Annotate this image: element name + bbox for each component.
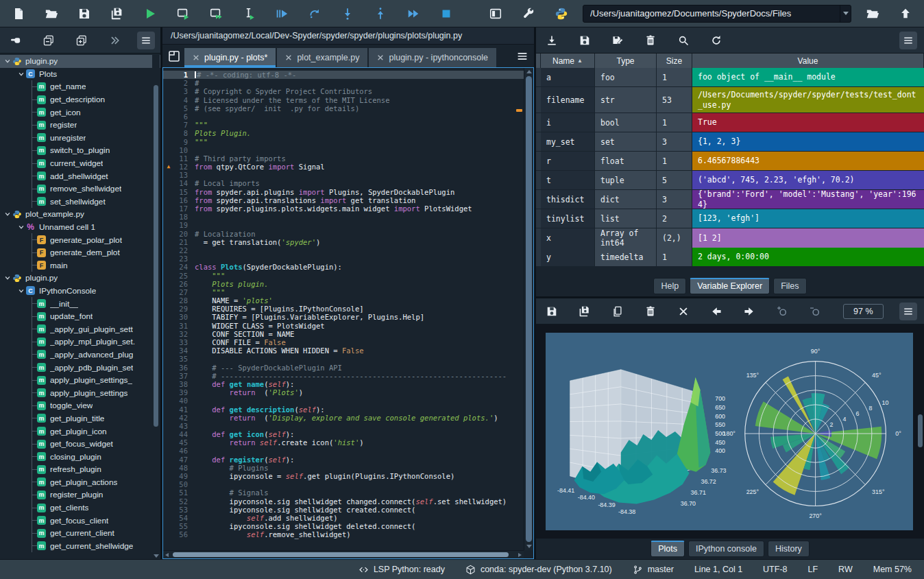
copy-plot-icon[interactable] — [609, 303, 627, 320]
outline-item-get_name[interactable]: mget_name — [0, 80, 160, 93]
outline-item-get_plugin_icon[interactable]: mget_plugin_icon — [0, 425, 160, 438]
expander-chevron-icon[interactable] — [16, 71, 26, 78]
variable-value[interactable]: True — [692, 113, 924, 132]
outline-item-plots[interactable]: CPlots — [0, 68, 160, 81]
outline-item-get_current_shellwidge[interactable]: mget_current_shellwidge — [0, 540, 160, 553]
variable-row-tinylist[interactable]: tinylistlist2[123, 'efgh'] — [536, 209, 924, 228]
column-header-type[interactable]: Type — [595, 54, 657, 68]
variable-row-t[interactable]: ttuple5('abcd', 745, 2.23, 'efgh', 70.2) — [536, 171, 924, 190]
outline-item-apply_plugin_settings_[interactable]: mapply_plugin_settings_ — [0, 374, 160, 387]
editor-options-menu-icon[interactable] — [513, 47, 531, 65]
new-file-icon[interactable] — [10, 5, 27, 23]
save-icon[interactable] — [75, 5, 93, 23]
column-header-value[interactable]: Value — [692, 54, 924, 68]
import-data-icon[interactable] — [543, 32, 561, 49]
variable-row-a[interactable]: afoo1foo object of __main__ module — [536, 68, 924, 87]
search-variable-icon[interactable] — [674, 32, 692, 49]
collapse-all-icon[interactable] — [40, 32, 58, 49]
save-data-as-icon[interactable] — [609, 32, 627, 49]
variable-row-my_set[interactable]: my_setset3{1, 2, 3} — [536, 132, 924, 152]
outline-item-get_focus_widget[interactable]: mget_focus_widget — [0, 438, 160, 451]
browse-tabs-icon[interactable] — [165, 47, 183, 65]
variable-row-x[interactable]: xArray of int64(2,)[1 2] — [536, 228, 924, 248]
variables-options-menu-icon[interactable] — [899, 32, 917, 49]
run-cell-advance-icon[interactable] — [207, 5, 225, 23]
tab-plugin-py-ipythonconsole[interactable]: plugin.py - ipythonconsole — [369, 48, 496, 67]
remove-plot-icon[interactable] — [642, 303, 659, 320]
tab-plots[interactable]: Plots — [651, 541, 685, 557]
working-directory-combobox[interactable] — [583, 5, 851, 23]
variable-value[interactable]: 2 days, 0:00:00 — [692, 248, 924, 266]
outline-item-get_current_client[interactable]: mget_current_client — [0, 527, 160, 540]
zoom-out-icon[interactable] — [806, 303, 824, 320]
close-tab-icon[interactable] — [285, 54, 292, 61]
close-tab-icon[interactable] — [377, 54, 384, 61]
refresh-variables-icon[interactable] — [707, 32, 725, 49]
working-directory-input[interactable] — [583, 8, 840, 19]
variable-row-y[interactable]: ytimedelta12 days, 0:00:00 — [536, 248, 924, 267]
debug-icon[interactable] — [273, 5, 291, 23]
editor-horizontal-scrollbar[interactable] — [163, 550, 524, 558]
code-editor[interactable]: 1# -*- coding: utf-8 -*-2#3# Copyright ©… — [162, 67, 534, 559]
outline-item-get_clients[interactable]: mget_clients — [0, 501, 160, 515]
chevron-down-icon[interactable] — [840, 5, 851, 22]
expander-chevron-icon[interactable] — [3, 274, 12, 281]
variable-value[interactable]: foo object of __main__ module — [692, 68, 924, 86]
tab-plot-example-py[interactable]: plot_example.py — [277, 48, 367, 67]
tab-plugin-py-plots-[interactable]: plugin.py - plots* — [184, 48, 276, 67]
go-to-cursor-icon[interactable] — [7, 32, 25, 49]
variable-value[interactable]: [1 2] — [692, 228, 924, 248]
variable-value[interactable]: /Users/Documents/spyder/spyder/tests/tes… — [692, 87, 924, 113]
outline-item-register_plugin[interactable]: mregister_plugin — [0, 488, 160, 501]
outline-item-get_plugin_actions[interactable]: mget_plugin_actions — [0, 476, 160, 489]
plots-options-menu-icon[interactable] — [899, 303, 917, 320]
save-all-plots-icon[interactable] — [576, 303, 594, 320]
outline-item-add_shellwidget[interactable]: madd_shellwidget — [0, 169, 160, 182]
outline-item-current_widget[interactable]: mcurrent_widget — [0, 157, 160, 170]
outline-item-unnamed-cell-1[interactable]: %Unnamed cell 1 — [0, 221, 160, 234]
step-into-icon[interactable] — [339, 5, 356, 23]
tab-ipython-console[interactable]: IPython console — [688, 541, 764, 557]
variable-row-i[interactable]: ibool1True — [536, 113, 924, 132]
python-env-icon[interactable] — [552, 5, 570, 23]
run-selection-icon[interactable] — [240, 5, 258, 23]
outline-item-_apply_gui_plugin_sett[interactable]: m_apply_gui_plugin_sett — [0, 322, 160, 335]
outline-item-update_font[interactable]: mupdate_font — [0, 310, 160, 323]
step-over-icon[interactable] — [306, 5, 324, 23]
expander-chevron-icon[interactable] — [16, 287, 26, 294]
variable-row-r[interactable]: rfloat16.46567886443 — [536, 152, 924, 171]
expander-chevron-icon[interactable] — [16, 224, 26, 231]
variable-row-thisdict[interactable]: thisdictdict3{'brand':'Ford', 'model':'M… — [536, 190, 924, 209]
outline-item-unregister[interactable]: munregister — [0, 132, 160, 145]
outline-item-get_icon[interactable]: mget_icon — [0, 106, 160, 119]
plots-scrollbar[interactable] — [917, 326, 923, 537]
variable-value[interactable]: {1, 2, 3} — [692, 132, 924, 151]
browse-directory-icon[interactable] — [864, 5, 882, 23]
run-icon[interactable] — [141, 5, 159, 23]
tab-help[interactable]: Help — [653, 278, 686, 294]
save-all-icon[interactable] — [108, 5, 126, 23]
outline-item-generate_dem_plot[interactable]: Fgenerate_dem_plot — [0, 246, 160, 259]
outline-item-main[interactable]: Fmain — [0, 259, 160, 272]
outline-item-set_shellwidget[interactable]: mset_shellwidget — [0, 196, 160, 209]
outline-item-apply_plugin_settings[interactable]: mapply_plugin_settings — [0, 386, 160, 399]
zoom-in-icon[interactable] — [773, 303, 791, 320]
step-return-icon[interactable] — [372, 5, 389, 23]
variable-value[interactable]: [123, 'efgh'] — [692, 209, 924, 228]
outline-item-generate_polar_plot[interactable]: Fgenerate_polar_plot — [0, 233, 160, 246]
show-more-icon[interactable] — [106, 32, 123, 49]
outline-item-refresh_plugin[interactable]: mrefresh_plugin — [0, 463, 160, 476]
open-file-icon[interactable] — [42, 5, 60, 23]
save-plot-icon[interactable] — [543, 303, 561, 320]
tab-history[interactable]: History — [768, 541, 810, 557]
outline-item-_apply_advanced_plug[interactable]: m_apply_advanced_plug — [0, 348, 160, 362]
previous-plot-icon[interactable] — [707, 303, 725, 320]
outline-item-get_description[interactable]: mget_description — [0, 93, 160, 106]
expander-chevron-icon[interactable] — [3, 211, 12, 217]
outline-item-get_focus_client[interactable]: mget_focus_client — [0, 514, 160, 527]
next-plot-icon[interactable] — [740, 303, 758, 320]
outline-item-__init__[interactable]: m__init__ — [0, 297, 160, 310]
save-data-icon[interactable] — [576, 32, 594, 49]
stop-icon[interactable] — [437, 5, 455, 23]
outline-item-register[interactable]: mregister — [0, 119, 160, 132]
